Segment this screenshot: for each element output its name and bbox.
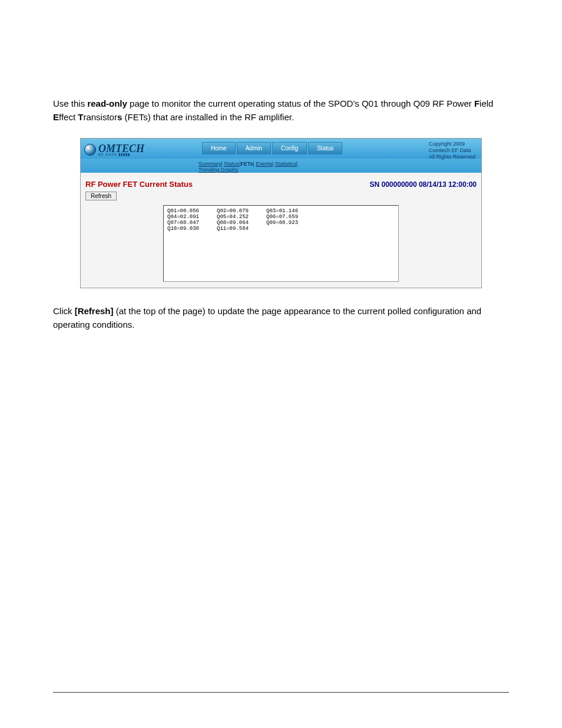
subnav-fets[interactable]: FETs: [240, 161, 253, 167]
fet-q11: Q11=09.584: [217, 226, 249, 232]
fet-q02: Q02=00.079: [217, 208, 249, 214]
fet-q03: Q03=01.146: [266, 208, 298, 214]
globe-icon: [84, 144, 96, 156]
intro-tail: (FETs) that are installed in the RF ampl…: [122, 112, 294, 122]
intro-field: ield: [480, 98, 493, 108]
subnav-summary[interactable]: Summary: [199, 161, 222, 167]
subnav-statistics[interactable]: Statistics: [275, 161, 296, 167]
fet-q09: Q09=08.923: [266, 220, 298, 226]
after-paragraph: Click [Refresh] (at the top of the page)…: [53, 305, 509, 331]
intro-effect: ffect: [59, 112, 78, 122]
fet-q06: Q06=07.659: [266, 214, 298, 220]
copyright-block: Copyright 2009 Comtech EF Data All Right…: [429, 141, 475, 160]
page-title: RF Power FET Current Status: [85, 180, 193, 189]
fet-q01: Q01=00.056: [167, 208, 199, 214]
copyright-line1: Copyright 2009: [429, 141, 475, 147]
logo-sub-text: EF DATA ▮▮▮▮▮.: [98, 153, 144, 156]
subnav-trending[interactable]: Trending Graphs: [199, 167, 238, 173]
after-tail: (at the top of the page) to update the p…: [53, 306, 481, 330]
intro-f: F: [474, 98, 480, 108]
screenshot-frame: Copyright 2009 Comtech EF Data All Right…: [80, 138, 482, 288]
serial-number: SN 000000000 08/14/13 12:00:00: [370, 180, 477, 189]
intro-mid: page to monitor the current operating st…: [127, 98, 474, 108]
after-refresh: [Refresh]: [75, 306, 114, 316]
intro-readonly: read-only: [87, 98, 127, 108]
content-pane: RF Power FET Current Status SN 000000000…: [81, 176, 481, 288]
copyright-line3: All Rights Reserved: [429, 154, 475, 160]
fet-q07: Q07=08.047: [167, 220, 199, 226]
refresh-button[interactable]: Refresh: [85, 192, 117, 200]
nav-config[interactable]: Config: [272, 142, 307, 154]
intro-trans: ransistor: [83, 112, 117, 122]
fet-q10: Q10=09.038: [167, 226, 199, 232]
nav-admin[interactable]: Admin: [237, 142, 271, 154]
logo: OMTECH EF DATA ▮▮▮▮▮.: [84, 141, 178, 159]
intro-prefix: Use this: [53, 98, 87, 108]
intro-paragraph: Use this read-only page to monitor the c…: [53, 97, 509, 124]
footer-rule: [53, 692, 509, 693]
app-header-area: Copyright 2009 Comtech EF Data All Right…: [81, 139, 481, 173]
intro-e: E: [53, 112, 59, 122]
fet-q04: Q04=02.091: [167, 214, 199, 220]
fet-q08: Q08=09.064: [217, 220, 249, 226]
nav-home[interactable]: Home: [202, 142, 236, 154]
nav-status[interactable]: Status: [308, 142, 342, 154]
fet-readout-box[interactable]: Q01=00.056 Q02=00.079 Q03=01.146 Q04=02.…: [163, 205, 399, 282]
copyright-line2: Comtech EF Data: [429, 147, 475, 154]
after-prefix: Click: [53, 306, 75, 316]
fet-q05: Q05=04.252: [217, 214, 249, 220]
sub-nav: Summary| Status|FETs| Events| Statistics…: [199, 161, 481, 173]
subnav-status[interactable]: Status: [224, 161, 239, 167]
subnav-events[interactable]: Events: [256, 161, 272, 167]
